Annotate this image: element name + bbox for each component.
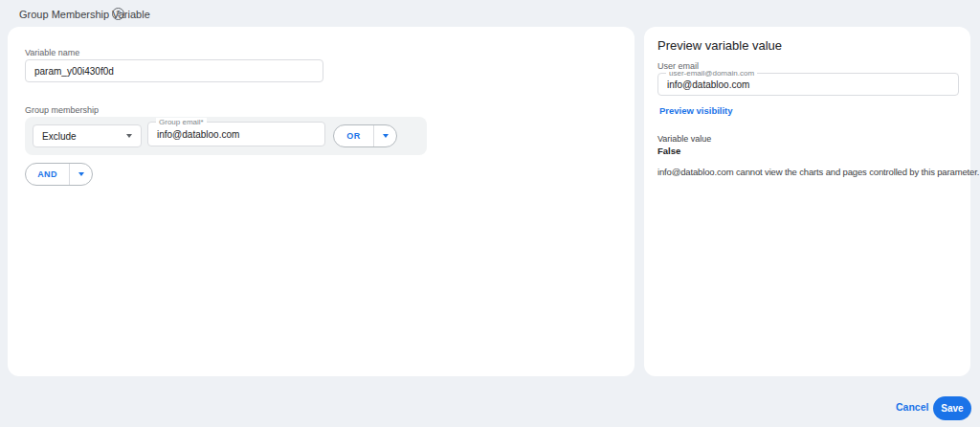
preview-panel-card: Preview variable value User email user-e… [644, 27, 970, 376]
group-email-field: Group email* [147, 122, 325, 146]
and-button[interactable]: AND [26, 164, 69, 185]
condition-row: Exclude Group email* OR [25, 117, 427, 155]
chevron-down-icon [78, 172, 84, 176]
user-email-field: user-email@domain.com [657, 73, 959, 96]
chevron-down-icon [126, 134, 132, 138]
or-button-group: OR [333, 124, 397, 147]
visibility-description: info@databloo.com cannot view the charts… [657, 167, 979, 177]
variable-name-label: Variable name [25, 48, 79, 57]
and-dropdown-toggle[interactable] [69, 164, 92, 185]
group-email-floating-label: Group email* [156, 118, 207, 126]
variable-value-label: Variable value [657, 134, 711, 144]
help-icon[interactable]: ? [112, 8, 124, 20]
chevron-down-icon [383, 134, 389, 138]
preview-panel-title: Preview variable value [657, 38, 782, 53]
cancel-button[interactable]: Cancel [896, 401, 928, 413]
user-email-floating-label: user-email@domain.com [666, 69, 757, 78]
variable-name-input[interactable] [25, 59, 323, 82]
or-button[interactable]: OR [334, 125, 373, 146]
or-dropdown-toggle[interactable] [373, 125, 396, 146]
page-title: Group Membership Variable [19, 9, 150, 20]
and-button-group: AND [25, 163, 93, 186]
variable-value-text: False [657, 146, 680, 156]
operator-dropdown[interactable]: Exclude [33, 124, 142, 147]
operator-dropdown-value: Exclude [42, 131, 77, 142]
preview-visibility-link[interactable]: Preview visibility [659, 105, 733, 116]
save-button[interactable]: Save [933, 396, 971, 420]
group-membership-label: Group membership [25, 105, 99, 115]
condition-builder-card: Variable name Group membership Exclude G… [8, 27, 635, 376]
